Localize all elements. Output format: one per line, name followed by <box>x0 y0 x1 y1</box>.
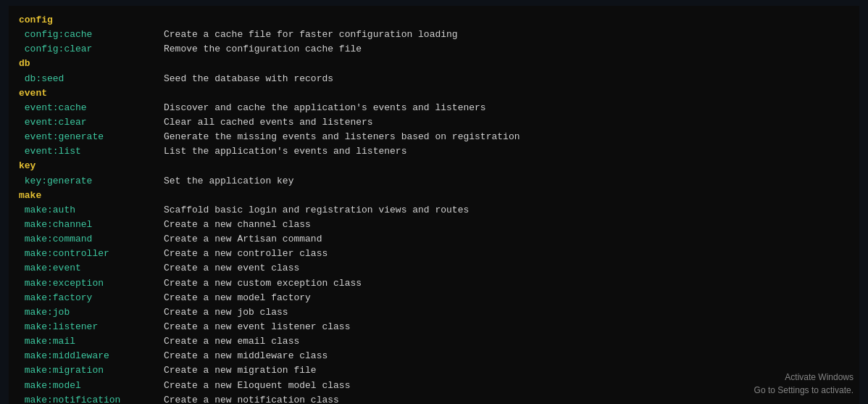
command-name: make:command <box>19 232 164 247</box>
section-header-event: event <box>19 86 849 101</box>
command-description: Create a cache file for faster configura… <box>164 28 849 42</box>
section-header-key: key <box>19 159 849 173</box>
command-name: make:controller <box>19 247 164 261</box>
command-description: Scaffold basic login and registration vi… <box>164 203 849 218</box>
command-description: Create a new middleware class <box>164 349 849 363</box>
command-description: Create a new Eloquent model class <box>164 379 849 393</box>
command-row: config:clearRemove the configuration cac… <box>19 42 849 57</box>
command-description: Create a new controller class <box>164 247 849 261</box>
command-description: Create a new notification class <box>164 393 849 404</box>
command-row: make:authScaffold basic login and regist… <box>19 203 849 218</box>
section-header-db: db <box>19 57 849 71</box>
command-name: event:generate <box>19 130 164 144</box>
command-name: make:exception <box>19 276 164 291</box>
windows-activate-notice: Activate Windows Go to Settings to activ… <box>754 371 854 397</box>
command-row: make:listenerCreate a new event listener… <box>19 320 849 334</box>
command-description: Remove the configuration cache file <box>164 42 849 57</box>
command-name: make:auth <box>19 203 164 218</box>
command-description: Create a new event class <box>164 261 849 276</box>
command-description: Create a new migration file <box>164 363 849 378</box>
command-name: event:clear <box>19 115 164 130</box>
command-description: Create a new Artisan command <box>164 232 849 247</box>
command-name: make:factory <box>19 291 164 305</box>
command-row: make:commandCreate a new Artisan command <box>19 232 849 247</box>
terminal: config config:cacheCreate a cache file f… <box>9 6 859 404</box>
command-description: Create a new custom exception class <box>164 276 849 291</box>
command-row: make:migrationCreate a new migration fil… <box>19 363 849 378</box>
section-header-config: config <box>19 13 849 28</box>
command-row: db:seedSeed the database with records <box>19 72 849 86</box>
command-name: make:mail <box>19 334 164 349</box>
command-row: make:jobCreate a new job class <box>19 305 849 320</box>
command-description: Create a new channel class <box>164 218 849 232</box>
command-description: Seed the database with records <box>164 72 849 86</box>
command-description: Clear all cached events and listeners <box>164 115 849 130</box>
command-row: event:clearClear all cached events and l… <box>19 115 849 130</box>
command-description: Set the application key <box>164 174 849 189</box>
command-description: Generate the missing events and listener… <box>164 130 849 144</box>
command-row: make:exceptionCreate a new custom except… <box>19 276 849 291</box>
command-row: event:generateGenerate the missing event… <box>19 130 849 144</box>
command-name: config:clear <box>19 42 164 57</box>
command-name: make:notification <box>19 393 164 404</box>
command-row: config:cacheCreate a cache file for fast… <box>19 28 849 42</box>
section-header-make: make <box>19 189 849 203</box>
command-name: make:channel <box>19 218 164 232</box>
command-row: make:notificationCreate a new notificati… <box>19 393 849 404</box>
command-name: event:cache <box>19 101 164 115</box>
command-row: event:listList the application's events … <box>19 144 849 159</box>
command-name: make:event <box>19 261 164 276</box>
command-name: key:generate <box>19 174 164 189</box>
command-row: make:modelCreate a new Eloquent model cl… <box>19 379 849 393</box>
command-row: make:channelCreate a new channel class <box>19 218 849 232</box>
command-row: key:generateSet the application key <box>19 174 849 189</box>
command-row: event:cacheDiscover and cache the applic… <box>19 101 849 115</box>
command-description: Create a new event listener class <box>164 320 849 334</box>
command-description: Create a new job class <box>164 305 849 320</box>
command-row: make:eventCreate a new event class <box>19 261 849 276</box>
command-row: make:factoryCreate a new model factory <box>19 291 849 305</box>
command-description: Create a new email class <box>164 334 849 349</box>
command-name: event:list <box>19 144 164 159</box>
command-name: make:listener <box>19 320 164 334</box>
command-name: make:model <box>19 379 164 393</box>
command-name: make:job <box>19 305 164 320</box>
command-description: Create a new model factory <box>164 291 849 305</box>
command-description: List the application's events and listen… <box>164 144 849 159</box>
command-row: make:controllerCreate a new controller c… <box>19 247 849 261</box>
command-row: make:middlewareCreate a new middleware c… <box>19 349 849 363</box>
command-name: config:cache <box>19 28 164 42</box>
command-row: make:mailCreate a new email class <box>19 334 849 349</box>
command-name: make:migration <box>19 363 164 378</box>
command-description: Discover and cache the application's eve… <box>164 101 849 115</box>
command-name: make:middleware <box>19 349 164 363</box>
command-name: db:seed <box>19 72 164 86</box>
